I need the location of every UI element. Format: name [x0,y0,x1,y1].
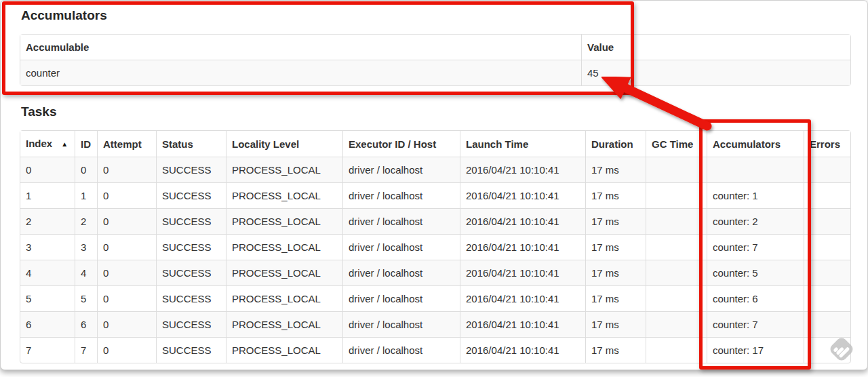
col-header-errors[interactable]: Errors [804,131,850,157]
cell-accumulators: counter: 7 [707,311,804,337]
tasks-table: Index ▲ ID Attempt Status Locality Level… [20,130,851,363]
cell-accumulators: counter: 1 [707,182,804,208]
cell-status: SUCCESS [156,285,226,311]
col-header-accumulable[interactable]: Accumulable [20,35,581,60]
cell-accumulators: counter: 6 [707,285,804,311]
cell-index: 5 [20,285,75,311]
cell-attempt: 0 [97,182,156,208]
cell-accumulators: counter: 7 [707,234,804,260]
cell-gc [646,311,707,337]
cell-attempt: 0 [97,285,156,311]
cell-launch: 2016/04/21 10:10:41 [460,182,585,208]
cell-duration: 17 ms [585,182,646,208]
cell-executor: driver / localhost [342,182,460,208]
cell-locality: PROCESS_LOCAL [226,182,342,208]
col-header-gc-time[interactable]: GC Time [646,131,707,157]
cell-launch: 2016/04/21 10:10:41 [460,208,585,234]
cell-locality: PROCESS_LOCAL [226,157,342,182]
cell-launch: 2016/04/21 10:10:41 [460,311,585,337]
cell-attempt: 0 [97,234,156,260]
cell-executor: driver / localhost [342,234,460,260]
cell-id: 5 [75,285,97,311]
tasks-section-title: Tasks [21,104,56,119]
table-row: 220SUCCESSPROCESS_LOCALdriver / localhos… [20,208,850,234]
accumulators-table: Accumulable Value counter45 [20,34,851,86]
cell-locality: PROCESS_LOCAL [226,260,342,285]
accumulators-section-title: Accumulators [21,8,107,23]
cell-locality: PROCESS_LOCAL [226,337,342,363]
cell-status: SUCCESS [156,234,226,260]
cell-index: 7 [20,337,75,363]
cell-launch: 2016/04/21 10:10:41 [460,285,585,311]
cell-id: 1 [75,182,97,208]
cell-errors [804,311,850,337]
cell-status: SUCCESS [156,337,226,363]
cell-executor: driver / localhost [342,311,460,337]
table-row: 330SUCCESSPROCESS_LOCALdriver / localhos… [20,234,850,260]
cell-launch: 2016/04/21 10:10:41 [460,260,585,285]
cell-index: 6 [20,311,75,337]
browser-page: Accumulators Accumulable Value counter45… [0,0,868,370]
col-header-status[interactable]: Status [156,131,226,157]
col-header-duration[interactable]: Duration [585,131,646,157]
col-header-id[interactable]: ID [75,131,97,157]
cell-index: 4 [20,260,75,285]
table-row: counter45 [20,60,850,85]
cell-accumulators: counter: 17 [707,337,804,363]
col-header-locality-level[interactable]: Locality Level [226,131,342,157]
cell-gc [646,208,707,234]
cell-accumulable: counter [20,60,581,85]
cell-executor: driver / localhost [342,157,460,182]
col-header-value[interactable]: Value [581,35,850,60]
cell-id: 0 [75,157,97,182]
screenshot-canvas: Accumulators Accumulable Value counter45… [0,0,868,377]
col-header-accumulators[interactable]: Accumulators [707,131,804,157]
cell-status: SUCCESS [156,208,226,234]
cell-errors [804,260,850,285]
cell-executor: driver / localhost [342,208,460,234]
cell-status: SUCCESS [156,182,226,208]
cell-locality: PROCESS_LOCAL [226,285,342,311]
cell-id: 4 [75,260,97,285]
table-row: 110SUCCESSPROCESS_LOCALdriver / localhos… [20,182,850,208]
col-header-index-label: Index [26,138,52,149]
cell-errors [804,157,850,182]
cell-errors [804,182,850,208]
cell-index: 2 [20,208,75,234]
table-row: 000SUCCESSPROCESS_LOCALdriver / localhos… [20,157,850,182]
cell-gc [646,260,707,285]
col-header-launch-time[interactable]: Launch Time [460,131,585,157]
cell-accumulators: counter: 5 [707,260,804,285]
cell-gc [646,337,707,363]
cell-id: 6 [75,311,97,337]
cell-attempt: 0 [97,157,156,182]
table-header-row: Accumulable Value [20,35,850,60]
cell-executor: driver / localhost [342,285,460,311]
cell-duration: 17 ms [585,157,646,182]
cell-launch: 2016/04/21 10:10:41 [460,234,585,260]
cell-executor: driver / localhost [342,337,460,363]
col-header-index[interactable]: Index ▲ [20,131,75,157]
cell-status: SUCCESS [156,311,226,337]
cell-attempt: 0 [97,260,156,285]
table-header-row: Index ▲ ID Attempt Status Locality Level… [20,131,850,157]
table-row: 660SUCCESSPROCESS_LOCALdriver / localhos… [20,311,850,337]
cell-launch: 2016/04/21 10:10:41 [460,337,585,363]
cell-accumulators: counter: 2 [707,208,804,234]
cell-gc [646,157,707,182]
cell-attempt: 0 [97,337,156,363]
cell-id: 7 [75,337,97,363]
cell-gc [646,285,707,311]
cell-launch: 2016/04/21 10:10:41 [460,157,585,182]
cell-errors [804,234,850,260]
cell-id: 3 [75,234,97,260]
table-row: 440SUCCESSPROCESS_LOCALdriver / localhos… [20,260,850,285]
cell-duration: 17 ms [585,311,646,337]
cell-duration: 17 ms [585,337,646,363]
cell-index: 0 [20,157,75,182]
col-header-attempt[interactable]: Attempt [97,131,156,157]
cell-executor: driver / localhost [342,260,460,285]
table-row: 550SUCCESSPROCESS_LOCALdriver / localhos… [20,285,850,311]
cell-accumulators [707,157,804,182]
col-header-executor-id-host[interactable]: Executor ID / Host [342,131,460,157]
